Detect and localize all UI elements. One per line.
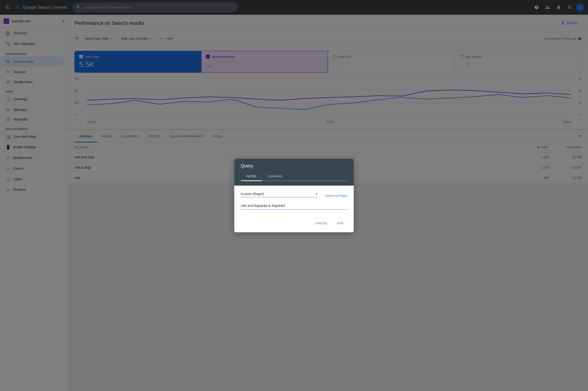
modal-tab-filter[interactable]: FILTER (241, 172, 262, 181)
modal-select-wrapper: Custom (Regex) ▾ (241, 192, 318, 197)
modal-select-row: Custom (Regex) ▾ How to use Regex (241, 192, 347, 197)
modal-input-row (241, 202, 347, 209)
modal-title: Query (241, 163, 347, 169)
modal-body: Custom (Regex) ▾ How to use Regex (234, 186, 354, 216)
cancel-button[interactable]: CANCEL (311, 220, 331, 227)
modal-select-inner: Custom (Regex) ▾ How to use Regex (241, 192, 347, 197)
modal-tabs: FILTER COMPARE (241, 172, 347, 181)
modal-header: Query FILTER COMPARE (234, 159, 354, 186)
query-modal: Query FILTER COMPARE Custom (Regex) ▾ Ho… (234, 159, 354, 232)
modal-select-container[interactable]: Custom (Regex) ▾ (241, 192, 318, 197)
modal-tab-compare[interactable]: COMPARE (262, 172, 288, 181)
modal-select-value: Custom (Regex) (241, 192, 264, 196)
modal-actions: CANCEL ADD (234, 216, 354, 232)
modal-overlay[interactable]: Query FILTER COMPARE Custom (Regex) ▾ Ho… (0, 0, 588, 391)
modal-select-arrow-icon: ▾ (316, 192, 318, 196)
add-button[interactable]: ADD (333, 220, 347, 227)
how-to-use-regex-link[interactable]: How to use Regex (325, 194, 347, 197)
regex-input[interactable] (241, 202, 347, 209)
